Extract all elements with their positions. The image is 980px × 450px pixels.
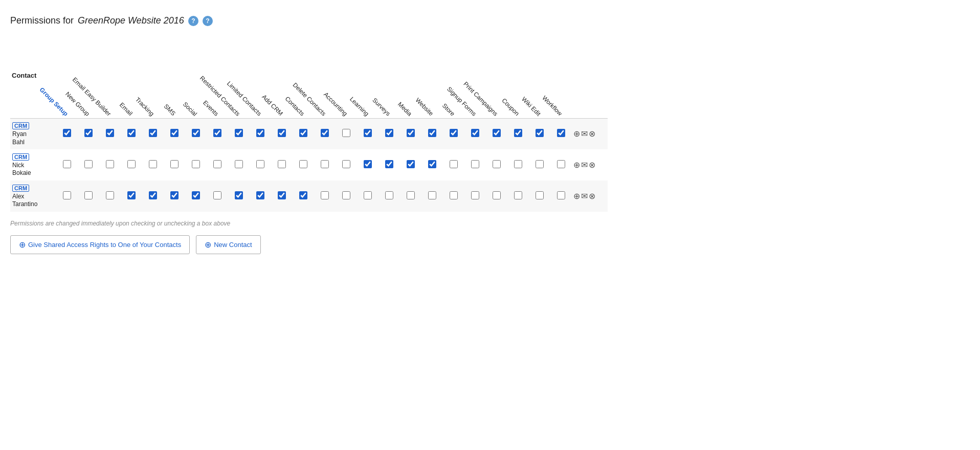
check-cell-r0-c15[interactable]	[378, 118, 400, 149]
checkbox-r1-c19[interactable]	[471, 160, 479, 168]
checkbox-r0-c12[interactable]	[321, 129, 329, 137]
checkbox-r2-c14[interactable]	[364, 191, 372, 199]
check-cell-r0-c14[interactable]	[357, 118, 378, 149]
checkbox-r0-c6[interactable]	[192, 129, 200, 137]
checkbox-r0-c3[interactable]	[127, 129, 136, 137]
check-cell-r0-c3[interactable]	[121, 118, 142, 149]
checkbox-r2-c5[interactable]	[170, 191, 179, 199]
checkbox-r0-c4[interactable]	[149, 129, 157, 137]
checkbox-r1-c5[interactable]	[170, 160, 179, 168]
checkbox-r1-c12[interactable]	[321, 160, 329, 168]
add-icon-1[interactable]: ⊕	[573, 160, 580, 170]
check-cell-r0-c2[interactable]	[99, 118, 121, 149]
checkbox-r0-c1[interactable]	[84, 129, 93, 137]
check-cell-r1-c21[interactable]	[507, 149, 529, 181]
checkbox-r0-c11[interactable]	[299, 129, 307, 137]
check-cell-r1-c22[interactable]	[529, 149, 550, 181]
check-cell-r0-c13[interactable]	[336, 118, 357, 149]
check-cell-r0-c9[interactable]	[250, 118, 271, 149]
check-cell-r0-c1[interactable]	[78, 118, 99, 149]
checkbox-r1-c23[interactable]	[557, 160, 565, 168]
check-cell-r1-c3[interactable]	[121, 149, 142, 181]
checkbox-r2-c17[interactable]	[428, 191, 436, 199]
give-access-button[interactable]: ⊕ Give Shared Access Rights to One of Yo…	[10, 235, 190, 254]
checkbox-r2-c23[interactable]	[557, 191, 565, 199]
new-contact-button[interactable]: ⊕ New Contact	[196, 235, 260, 254]
checkbox-r0-c21[interactable]	[514, 129, 522, 137]
check-cell-r2-c7[interactable]	[207, 181, 228, 212]
check-cell-r2-c10[interactable]	[271, 181, 293, 212]
checkbox-r1-c8[interactable]	[235, 160, 243, 168]
checkbox-r2-c15[interactable]	[385, 191, 393, 199]
checkbox-r2-c8[interactable]	[235, 191, 243, 199]
check-cell-r1-c23[interactable]	[550, 149, 572, 181]
checkbox-r0-c7[interactable]	[213, 129, 221, 137]
checkbox-r2-c16[interactable]	[407, 191, 415, 199]
remove-icon-2[interactable]: ⊗	[589, 191, 595, 201]
check-cell-r0-c19[interactable]	[464, 118, 486, 149]
checkbox-r1-c1[interactable]	[84, 160, 93, 168]
checkbox-r0-c15[interactable]	[385, 129, 393, 137]
checkbox-r1-c20[interactable]	[493, 160, 501, 168]
check-cell-r2-c4[interactable]	[142, 181, 164, 212]
check-cell-r2-c11[interactable]	[293, 181, 314, 212]
check-cell-r0-c23[interactable]	[550, 118, 572, 149]
check-cell-r1-c19[interactable]	[464, 149, 486, 181]
checkbox-r2-c18[interactable]	[450, 191, 458, 199]
check-cell-r1-c13[interactable]	[336, 149, 357, 181]
checkbox-r1-c3[interactable]	[127, 160, 136, 168]
checkbox-r2-c7[interactable]	[213, 191, 221, 199]
check-cell-r1-c9[interactable]	[250, 149, 271, 181]
check-cell-r2-c13[interactable]	[336, 181, 357, 212]
checkbox-r1-c21[interactable]	[514, 160, 522, 168]
checkbox-r1-c22[interactable]	[536, 160, 544, 168]
check-cell-r1-c4[interactable]	[142, 149, 164, 181]
email-icon-0[interactable]: ✉	[581, 129, 588, 139]
check-cell-r2-c15[interactable]	[378, 181, 400, 212]
remove-icon-1[interactable]: ⊗	[589, 160, 595, 170]
checkbox-r0-c17[interactable]	[428, 129, 436, 137]
check-cell-r1-c0[interactable]	[56, 149, 78, 181]
check-cell-r2-c1[interactable]	[78, 181, 99, 212]
check-cell-r2-c9[interactable]	[250, 181, 271, 212]
checkbox-r0-c0[interactable]	[63, 129, 71, 137]
checkbox-r1-c18[interactable]	[450, 160, 458, 168]
checkbox-r0-c23[interactable]	[557, 129, 565, 137]
checkbox-r2-c19[interactable]	[471, 191, 479, 199]
check-cell-r0-c10[interactable]	[271, 118, 293, 149]
checkbox-r1-c9[interactable]	[256, 160, 264, 168]
checkbox-r2-c12[interactable]	[321, 191, 329, 199]
checkbox-r0-c22[interactable]	[536, 129, 544, 137]
check-cell-r1-c8[interactable]	[228, 149, 250, 181]
remove-icon-0[interactable]: ⊗	[589, 129, 595, 139]
check-cell-r0-c16[interactable]	[400, 118, 421, 149]
checkbox-r1-c4[interactable]	[149, 160, 157, 168]
add-icon-0[interactable]: ⊕	[573, 129, 580, 139]
checkbox-r0-c10[interactable]	[278, 129, 286, 137]
check-cell-r0-c11[interactable]	[293, 118, 314, 149]
checkbox-r1-c11[interactable]	[299, 160, 307, 168]
check-cell-r2-c16[interactable]	[400, 181, 421, 212]
check-cell-r2-c20[interactable]	[486, 181, 507, 212]
checkbox-r0-c14[interactable]	[364, 129, 372, 137]
checkbox-r2-c1[interactable]	[84, 191, 93, 199]
check-cell-r0-c7[interactable]	[207, 118, 228, 149]
check-cell-r0-c22[interactable]	[529, 118, 550, 149]
check-cell-r2-c17[interactable]	[421, 181, 443, 212]
check-cell-r1-c1[interactable]	[78, 149, 99, 181]
check-cell-r0-c18[interactable]	[443, 118, 464, 149]
check-cell-r2-c6[interactable]	[185, 181, 207, 212]
checkbox-r1-c14[interactable]	[364, 160, 372, 168]
check-cell-r1-c20[interactable]	[486, 149, 507, 181]
checkbox-r0-c18[interactable]	[450, 129, 458, 137]
checkbox-r0-c19[interactable]	[471, 129, 479, 137]
checkbox-r1-c13[interactable]	[342, 160, 350, 168]
check-cell-r0-c17[interactable]	[421, 118, 443, 149]
check-cell-r1-c5[interactable]	[164, 149, 185, 181]
checkbox-r1-c0[interactable]	[63, 160, 71, 168]
check-cell-r2-c21[interactable]	[507, 181, 529, 212]
check-cell-r2-c3[interactable]	[121, 181, 142, 212]
check-cell-r2-c5[interactable]	[164, 181, 185, 212]
checkbox-r2-c2[interactable]	[106, 191, 114, 199]
checkbox-r2-c3[interactable]	[127, 191, 136, 199]
